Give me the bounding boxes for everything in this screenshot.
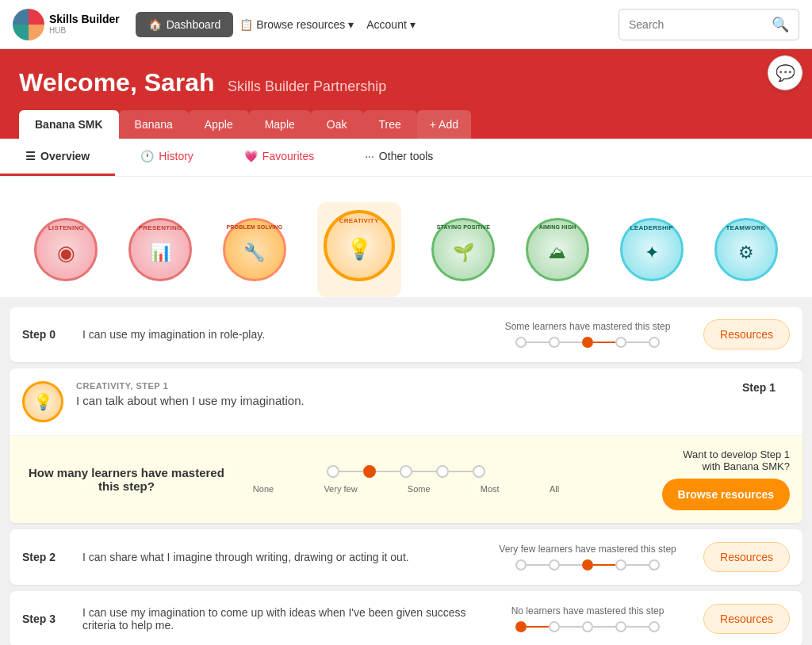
step-3-card: Step 3 I can use my imagination to come … [10,591,802,645]
dot [515,559,527,571]
step-2-label: Step 2 [22,551,70,563]
step-0-label: Step 0 [22,328,70,341]
dot [582,621,593,632]
dot [615,621,626,632]
skill-problem-solving[interactable]: PROBLEM SOLVING 🔧 [223,218,286,281]
dot [615,337,626,348]
line [412,471,436,472]
step-0-progress: Some learners have mastered this step [485,321,691,348]
subnav-overview[interactable]: ☰ Overview [0,139,115,176]
dot [436,465,449,478]
line-filled [593,564,615,566]
dot-filled [582,559,593,571]
step-3-label: Step 3 [22,613,70,625]
subnav-history[interactable]: 🕐 History [115,139,219,176]
dashboard-button[interactable]: 🏠 Dashboard [136,12,234,37]
skill-staying-positive[interactable]: STAYING POSITIVE 🌱 [431,218,495,281]
line [339,471,363,472]
overview-icon: ☰ [25,150,36,162]
tab-add[interactable]: + Add [417,110,471,139]
step-3-description: I can use my imagination to come up with… [82,606,472,632]
line [560,626,582,628]
tab-tree[interactable]: Tree [363,110,417,139]
hero-section: Welcome, Sarah Skills Builder Partnershi… [0,49,812,139]
dot [400,465,412,478]
search-bar: 🔍 [619,9,799,40]
subnav-other-tools[interactable]: ··· Other tools [339,139,458,176]
tab-apple[interactable]: Apple [189,110,249,139]
step-0-resources-button[interactable]: Resources [703,319,790,349]
skill-aiming-high[interactable]: AIMING HIGH ⛰ [526,218,589,281]
line-filled [527,626,549,628]
org-tabs: Banana SMK Banana Apple Maple Oak Tree +… [19,110,793,139]
dot [549,337,560,348]
line [626,342,649,343]
line-filled [593,342,615,343]
step-2-description: I can share what I imagine through writi… [82,551,472,563]
step-1-label: Step 1 [742,381,790,394]
step-2-progress-label: Very few learners have mastered this ste… [499,544,676,555]
tab-oak[interactable]: Oak [311,110,363,139]
line [593,626,615,628]
skill-leadership[interactable]: LEADERSHIP ✦ [620,218,684,281]
logo-icon [13,9,44,40]
step-2-card: Step 2 I can share what I imagine throug… [10,529,802,585]
dot [515,337,527,348]
step-3-dots [515,621,660,632]
dot [549,621,560,632]
mastered-question: How many learners have masteredthis step… [22,466,231,493]
sub-navigation: ☰ Overview 🕐 History 💗 Favourites ··· Ot… [0,139,812,177]
dot [615,559,626,571]
mastered-dots [327,465,485,478]
navbar: Skills Builder HUB 🏠 Dashboard 📋 Browse … [0,0,812,49]
step-1-card: 💡 CREATIVITY, STEP 1 I can talk about wh… [10,368,802,523]
mastered-progress: None Very few Some Most All [250,465,562,494]
other-tools-icon: ··· [365,150,374,162]
tab-banana[interactable]: Banana [119,110,189,139]
tab-banana-smk[interactable]: Banana SMK [19,110,119,139]
history-icon: 🕐 [140,150,154,162]
skill-presenting[interactable]: PRESENTING 📊 [128,218,192,281]
step-3-progress: No learners have mastered this step [485,605,691,632]
search-input[interactable] [619,12,762,37]
account-button[interactable]: Account ▾ [366,18,415,31]
step-1-browse-resources-button[interactable]: Browse resources [662,479,790,510]
line [449,471,473,472]
dot [649,621,660,632]
logo: Skills Builder HUB [13,9,120,40]
dot [649,559,660,571]
hero-welcome: Welcome, Sarah [19,68,215,97]
step-3-progress-label: No learners have mastered this step [511,605,665,616]
steps-container: Step 0 I can use my imagination in role-… [0,297,812,645]
line [626,626,649,628]
step-3-resources-button[interactable]: Resources [703,604,790,634]
line [560,564,582,566]
line [626,564,649,566]
dot [327,465,339,478]
step-1-info: CREATIVITY, STEP 1 I can talk about when… [76,381,730,407]
favourites-icon: 💗 [244,150,258,162]
skill-creativity[interactable]: CREATIVITY 💡 [317,202,401,297]
skill-teamwork[interactable]: TEAMWORK ⚙ [714,218,778,281]
tab-maple[interactable]: Maple [249,110,311,139]
step-0-card: Step 0 I can use my imagination in role-… [10,307,802,362]
dot [649,337,660,348]
line [527,564,549,566]
step-0-dots [515,337,660,348]
step-1-top: 💡 CREATIVITY, STEP 1 I can talk about wh… [10,368,802,435]
dot [473,465,485,478]
skill-listening[interactable]: LISTENING ◉ [34,218,98,281]
browse-resources-button[interactable]: 📋 Browse resources ▾ [239,18,354,31]
step-2-resources-button[interactable]: Resources [703,542,790,572]
search-button[interactable]: 🔍 [762,10,799,40]
step-0-progress-label: Some learners have mastered this step [505,321,671,332]
line [527,342,549,343]
line [376,471,400,472]
subnav-favourites[interactable]: 💗 Favourites [219,139,339,176]
step-1-description: I can talk about when I use my imaginati… [76,394,730,407]
want-develop-text: Want to develop Step 1with Banana SMK? [683,448,790,472]
chat-button[interactable]: 💬 [768,55,802,90]
step-1-subtitle: CREATIVITY, STEP 1 [76,381,730,391]
line [560,342,582,343]
step-1-bottom: How many learners have masteredthis step… [10,435,802,523]
